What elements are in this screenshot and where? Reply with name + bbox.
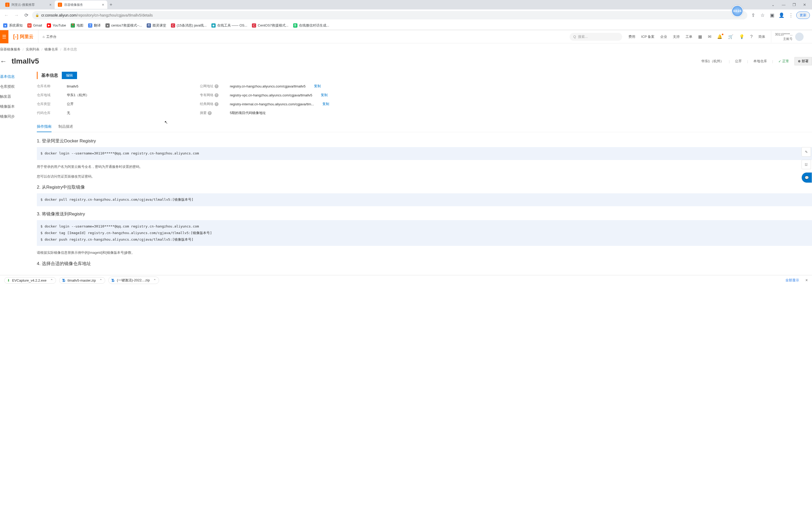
- nav-link[interactable]: 费用: [628, 35, 635, 39]
- sidenav-item-trigger[interactable]: 触发器: [0, 92, 34, 102]
- show-all-downloads[interactable]: 全部显示: [785, 278, 799, 283]
- edit-fab-icon[interactable]: ✎: [802, 147, 811, 157]
- chevron-down-icon[interactable]: ⌄: [769, 1, 777, 8]
- crumb[interactable]: 镜像仓库: [44, 47, 58, 52]
- info-label: 专有网络 ?: [200, 93, 223, 98]
- step-title: 2. 从Registry中拉取镜像: [37, 184, 812, 190]
- bookmark-item[interactable]: MGmail: [28, 23, 42, 27]
- app-icon[interactable]: ▦: [698, 34, 702, 39]
- info-row: 仓库名称tlmallv5: [37, 84, 184, 89]
- aliyun-logo[interactable]: [-] 阿里云: [8, 30, 38, 43]
- user-menu[interactable]: 30110*****... 主账号: [771, 31, 807, 43]
- update-button[interactable]: 更新: [796, 11, 810, 19]
- nav-link[interactable]: 支持: [673, 35, 680, 39]
- sidenav-item-auth[interactable]: 仓库授权: [0, 82, 34, 92]
- deploy-button[interactable]: ✲部署: [794, 57, 812, 65]
- cart-icon[interactable]: 🛒: [728, 34, 733, 39]
- code-block[interactable]: $ docker login --username=30110*****@qq.…: [37, 220, 812, 246]
- step-title: 3. 将镜像推送到Registry: [37, 211, 812, 217]
- bookmark-item[interactable]: ▶YouTube: [47, 23, 66, 27]
- info-label: 仓库名称: [37, 84, 60, 89]
- reload-button[interactable]: ⟳: [22, 11, 31, 19]
- new-tab-button[interactable]: +: [107, 1, 115, 8]
- close-icon[interactable]: ×: [102, 3, 104, 7]
- close-icon[interactable]: ×: [805, 278, 808, 283]
- home-icon: ⌂: [43, 35, 45, 39]
- chevron-up-icon[interactable]: ⌃: [50, 278, 53, 282]
- file-icon: 🗜: [62, 278, 65, 282]
- code-block[interactable]: $ docker pull registry.cn-hangzhou.aliyu…: [37, 193, 812, 206]
- star-icon[interactable]: ☆: [758, 11, 767, 19]
- sidenav-item-sync[interactable]: 镜像同步: [0, 112, 34, 122]
- bookmark-item[interactable]: 文翻译: [88, 23, 101, 28]
- bookmark-item[interactable]: 图图灵课堂: [147, 23, 166, 28]
- bookmark-favicon-icon: ◉: [211, 23, 216, 27]
- browser-tab[interactable]: [ 阿里云-搜索推荐 ×: [2, 1, 55, 9]
- search-input[interactable]: Q 搜索...: [569, 33, 622, 41]
- crumb-current: 基本信息: [63, 47, 77, 52]
- sidenav-item-basic[interactable]: 基本信息: [0, 72, 34, 82]
- url-input[interactable]: 🔒 cr.console.aliyun.com/repository/cn-ha…: [32, 11, 747, 19]
- download-item[interactable]: 🗜tlmallv5-master.zip⌃: [59, 277, 105, 284]
- download-filename: EVCapture_v4.2.2.exe: [12, 278, 47, 282]
- sidenav-item-versions[interactable]: 镜像版本: [0, 102, 34, 112]
- bell-icon[interactable]: 🔔: [717, 34, 722, 39]
- chevron-up-icon[interactable]: ⌃: [153, 278, 156, 282]
- survey-fab-icon[interactable]: ☳: [802, 160, 811, 169]
- idea-icon[interactable]: 💡: [739, 34, 745, 39]
- close-icon[interactable]: ×: [49, 3, 52, 7]
- close-window-icon[interactable]: ✕: [801, 1, 809, 8]
- profile-icon[interactable]: 👤: [777, 11, 786, 19]
- bookmark-item[interactable]: CCentOS7救援模式...: [252, 23, 288, 28]
- help-icon[interactable]: ?: [750, 35, 753, 39]
- menu-icon[interactable]: ⋮: [787, 11, 795, 19]
- help-icon[interactable]: ?: [214, 93, 218, 97]
- extensions-icon[interactable]: ▣: [768, 11, 776, 19]
- bookmark-label: 系统通知: [9, 23, 22, 28]
- crumb[interactable]: 容器镜像服务: [0, 47, 20, 52]
- workbench-link[interactable]: ⌂ 工作台: [38, 35, 61, 39]
- code-block[interactable]: $ docker login --username=30110*****@qq.…: [37, 147, 812, 160]
- download-item[interactable]: 🗜(一键激活)-2022....zip⌃: [108, 277, 159, 284]
- bookmark-item[interactable]: ◉在线工具 —— OS...: [211, 23, 247, 28]
- back-arrow-icon[interactable]: ←: [0, 57, 7, 65]
- browser-tab-active[interactable]: [ 容器镜像服务 ×: [55, 1, 107, 9]
- bookmark-label: 在线工具 —— OS...: [217, 23, 247, 28]
- bookmark-item[interactable]: ●centos7救援模式--...: [105, 23, 142, 28]
- chat-fab-icon[interactable]: 💬: [802, 172, 812, 183]
- guide-note: 用于登录的用户名为阿里云账号全名，密码为开通服务时设置的密码。: [37, 164, 812, 170]
- help-icon[interactable]: ?: [214, 102, 218, 106]
- info-value: registry.cn-hangzhou.aliyuncs.com/cgjava…: [230, 84, 306, 88]
- help-icon[interactable]: ?: [208, 111, 212, 115]
- forward-button[interactable]: →: [12, 11, 20, 19]
- browser-chrome: [ 阿里云-搜索推荐 × [ 容器镜像服务 × + ⌄ — ❐ ✕ ← → ⟳ …: [0, 0, 812, 30]
- maximize-icon[interactable]: ❐: [790, 1, 798, 8]
- nav-link[interactable]: 工单: [686, 35, 692, 39]
- copy-link[interactable]: 复制: [321, 93, 327, 98]
- tab-description[interactable]: 制品描述: [58, 122, 73, 132]
- help-icon[interactable]: ?: [214, 84, 218, 88]
- bookmark-item[interactable]: C(15条消息) java线...: [171, 23, 206, 28]
- copy-link[interactable]: 复制: [314, 84, 321, 89]
- copy-link[interactable]: 复制: [322, 102, 329, 106]
- nav-link[interactable]: 企业: [660, 35, 667, 39]
- bookmark-favicon-icon: C: [171, 23, 175, 27]
- back-button[interactable]: ←: [2, 11, 10, 19]
- bookmark-favicon-icon: ●: [105, 23, 110, 27]
- info-value: 华东1（杭州）: [67, 93, 89, 98]
- crumb[interactable]: 实例列表: [26, 47, 40, 52]
- download-item[interactable]: ⬇EVCapture_v4.2.2.exe⌃: [4, 277, 56, 284]
- nav-link[interactable]: ICP 备案: [641, 35, 655, 39]
- lang-switch[interactable]: 简体: [758, 35, 765, 39]
- bookmark-item[interactable]: ●系统通知: [3, 23, 22, 28]
- share-icon[interactable]: ⇪: [749, 11, 757, 19]
- edit-button[interactable]: 编辑: [62, 72, 77, 79]
- minimize-icon[interactable]: —: [779, 1, 788, 8]
- bookmark-label: (15条消息) java线...: [177, 23, 206, 28]
- chevron-up-icon[interactable]: ⌃: [99, 278, 102, 282]
- tab-guide[interactable]: 操作指南: [37, 122, 52, 132]
- bookmark-item[interactable]: 📍地图: [71, 23, 83, 28]
- bookmark-item[interactable]: 微在线微信对话生成...: [293, 23, 329, 28]
- message-icon[interactable]: ✉: [708, 34, 711, 39]
- hamburger-icon[interactable]: ☰: [0, 30, 8, 43]
